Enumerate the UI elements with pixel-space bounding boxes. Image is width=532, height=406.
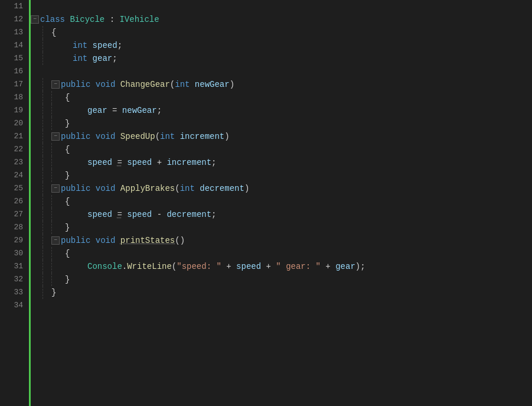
code-line-12: − class Bicycle : IVehicle — [31, 13, 532, 26]
line-num-27: 27 — [0, 208, 29, 221]
collapse-applybrakes-btn[interactable]: − — [51, 184, 60, 193]
collapse-speedup-btn[interactable]: − — [51, 132, 60, 141]
dot-console: . — [122, 260, 127, 273]
line-num-11: 11 — [0, 0, 29, 13]
line-num-21: 21 — [0, 130, 29, 143]
paren-close-2: ) — [224, 130, 229, 143]
code-line-21: − public void SpeedUp ( int increment ) — [31, 130, 532, 143]
line-num-34: 34 — [0, 299, 29, 312]
code-line-27: speed = speed - decrement ; — [31, 208, 532, 221]
code-content: − class Bicycle : IVehicle { int speed ; — [31, 0, 532, 406]
semicolon-assign-1: ; — [157, 104, 162, 117]
keyword-class: class — [40, 13, 70, 26]
code-line-32: } — [31, 273, 532, 286]
code-line-33: } — [31, 286, 532, 299]
line-num-19: 19 — [0, 104, 29, 117]
param-type-int-2: int — [160, 130, 180, 143]
line-num-12: 12 — [0, 13, 29, 26]
line-num-28: 28 — [0, 221, 29, 234]
paren-open-3: ( — [175, 182, 179, 195]
param-type-int-1: int — [175, 78, 195, 91]
line-num-18: 18 — [0, 91, 29, 104]
code-line-19: gear = newGear ; — [31, 104, 532, 117]
line-num-16: 16 — [0, 65, 29, 78]
param-decrement: decrement — [200, 182, 244, 195]
semicolon-gear: ; — [112, 52, 117, 65]
string-gear: " gear: " — [276, 260, 321, 273]
line-num-24: 24 — [0, 169, 29, 182]
var-speed-brake: speed — [87, 208, 112, 221]
op-space — [122, 156, 127, 169]
op-concat-2: + — [261, 260, 276, 273]
op-concat-3: + — [321, 260, 335, 273]
code-line-29: − public void printStates () — [31, 234, 532, 247]
param-increment: increment — [180, 130, 225, 143]
param-type-int-3: int — [180, 182, 200, 195]
semicolon-speed: ; — [118, 39, 122, 52]
line-num-26: 26 — [0, 195, 29, 208]
parens-printstates: () — [175, 234, 185, 247]
paren-close-3: ) — [244, 182, 249, 195]
code-line-24: } — [31, 169, 532, 182]
var-speed-assign: speed — [87, 156, 112, 169]
open-brace-printstates: { — [65, 247, 70, 260]
param-newgear: newGear — [195, 78, 230, 91]
line-num-20: 20 — [0, 117, 29, 130]
keyword-int-speed: int — [73, 39, 93, 52]
paren-open-2: ( — [155, 130, 160, 143]
op-assign-1: = — [107, 104, 122, 117]
line-num-31: 31 — [0, 260, 29, 273]
op-minus: - — [152, 208, 167, 221]
line-num-29: 29 — [0, 234, 29, 247]
string-speed: "speed: " — [177, 260, 221, 273]
code-line-26: { — [31, 195, 532, 208]
method-printstates: printStates — [120, 234, 175, 247]
paren-close-1: ) — [230, 78, 234, 91]
code-line-20: } — [31, 117, 532, 130]
collapse-printstates-btn[interactable]: − — [51, 236, 60, 245]
var-speed: speed — [93, 39, 118, 52]
line-num-14: 14 — [0, 39, 29, 52]
val-newgear: newGear — [122, 104, 157, 117]
assign-op-brake: = — [117, 208, 122, 221]
var-gear-print: gear — [335, 260, 355, 273]
class-name: Bicycle — [70, 13, 105, 26]
line-num-32: 32 — [0, 273, 29, 286]
line-num-33: 33 — [0, 286, 29, 299]
line-num-22: 22 — [0, 143, 29, 156]
method-writeline: WriteLine — [127, 260, 172, 273]
code-editor: 11 12 13 14 15 16 17 18 19 20 21 22 23 2… — [0, 0, 532, 406]
assign-op-speed: = — [117, 156, 122, 169]
line-numbers: 11 12 13 14 15 16 17 18 19 20 21 22 23 2… — [0, 0, 31, 406]
line-num-25: 25 — [0, 182, 29, 195]
code-line-30: { — [31, 247, 532, 260]
var-speed-print: speed — [236, 260, 261, 273]
close-brace-changegear: } — [65, 117, 70, 130]
op-equals-speed — [112, 156, 117, 169]
code-line-25: − public void ApplyBrakes ( int decremen… — [31, 182, 532, 195]
collapse-class-btn[interactable]: − — [31, 15, 39, 24]
line-num-30: 30 — [0, 247, 29, 260]
interface-name: IVehicle — [119, 13, 159, 26]
code-line-34 — [31, 299, 532, 312]
code-line-14: int speed ; — [31, 39, 532, 52]
val-decrement: decrement — [167, 208, 211, 221]
code-line-23: speed = speed + increment ; — [31, 156, 532, 169]
line-num-23: 23 — [0, 156, 29, 169]
semicolon-speedup: ; — [211, 156, 216, 169]
assign-gear: gear — [87, 104, 107, 117]
code-line-15: int gear ; — [31, 52, 532, 65]
keyword-public-3: public — [61, 182, 96, 195]
method-speedup: SpeedUp — [120, 130, 155, 143]
code-line-22: { — [31, 143, 532, 156]
code-line-18: { — [31, 91, 532, 104]
paren-open-writeline: ( — [172, 260, 177, 273]
keyword-void-3: void — [96, 182, 120, 195]
code-line-16 — [31, 65, 532, 78]
close-brace-class: } — [51, 286, 56, 299]
collapse-changegear-btn[interactable]: − — [51, 80, 60, 89]
class-console: Console — [87, 260, 122, 273]
paren-open-1: ( — [170, 78, 175, 91]
keyword-void-4: void — [96, 234, 120, 247]
open-brace-speedup: { — [65, 143, 70, 156]
